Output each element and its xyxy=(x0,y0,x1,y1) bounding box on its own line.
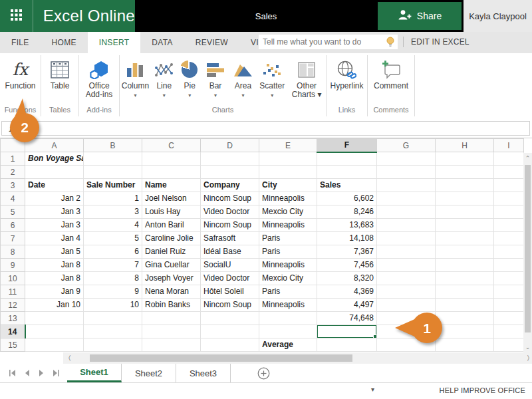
cell-C3[interactable]: Name xyxy=(142,179,201,192)
horizontal-scroll-thumb[interactable] xyxy=(90,354,352,362)
cell-I4[interactable] xyxy=(494,192,524,205)
row-header-9[interactable]: 9 xyxy=(1,259,25,272)
cell-D6[interactable]: Nincom Soup xyxy=(201,219,259,232)
cell-B7[interactable]: 5 xyxy=(84,232,142,245)
cell-E1[interactable] xyxy=(259,152,317,166)
next-sheet-icon[interactable] xyxy=(39,367,44,379)
hyperlink-button[interactable]: Hyperlink xyxy=(330,55,363,90)
cell-I8[interactable] xyxy=(494,245,524,259)
cell-E8[interactable]: Paris xyxy=(259,245,317,259)
cell-A11[interactable]: Jan 9 xyxy=(25,285,84,299)
cell-C5[interactable]: Louis Hay xyxy=(142,205,201,219)
share-button[interactable]: Share xyxy=(378,2,462,30)
cell-A9[interactable]: Jan 8 xyxy=(25,259,84,272)
user-name[interactable]: Kayla Claypool xyxy=(464,0,532,32)
last-sheet-icon[interactable] xyxy=(53,367,59,379)
cell-I7[interactable] xyxy=(494,232,524,245)
cell-H1[interactable] xyxy=(436,152,494,166)
cell-I5[interactable] xyxy=(494,205,524,219)
cell-E4[interactable]: Minneapolis xyxy=(259,192,317,205)
cell-I15[interactable] xyxy=(494,338,524,352)
cell-F15[interactable] xyxy=(317,338,377,352)
row-header-6[interactable]: 6 xyxy=(1,219,25,232)
cell-F8[interactable]: 7,367 xyxy=(317,245,377,259)
cell-H7[interactable] xyxy=(436,232,494,245)
scroll-left-icon[interactable]: 〈 xyxy=(68,354,70,362)
cell-A7[interactable]: Jan 4 xyxy=(25,232,84,245)
cell-D1[interactable] xyxy=(201,152,259,166)
column-chart-button[interactable]: Column▾ xyxy=(120,55,151,98)
cell-B12[interactable]: 10 xyxy=(84,299,142,312)
cell-H10[interactable] xyxy=(436,272,494,285)
cell-B13[interactable] xyxy=(84,312,142,325)
tab-data[interactable]: DATA xyxy=(140,32,184,53)
cell-B8[interactable]: 6 xyxy=(84,245,142,259)
vertical-scrollbar[interactable]: ⌃ ⌄ xyxy=(523,153,532,352)
cell-H12[interactable] xyxy=(436,299,494,312)
cell-D14[interactable] xyxy=(201,325,259,338)
cell-F11[interactable]: 4,369 xyxy=(317,285,377,299)
row-header-8[interactable]: 8 xyxy=(1,245,25,259)
cell-H9[interactable] xyxy=(436,259,494,272)
cell-I12[interactable] xyxy=(494,299,524,312)
cell-G10[interactable] xyxy=(377,272,436,285)
cell-H8[interactable] xyxy=(436,245,494,259)
cell-B6[interactable]: 4 xyxy=(84,219,142,232)
cell-A8[interactable]: Jan 5 xyxy=(25,245,84,259)
line-chart-button[interactable]: Line▾ xyxy=(151,55,178,98)
pie-chart-dropdown-icon[interactable]: ▾ xyxy=(188,92,191,98)
table-button[interactable]: Table xyxy=(51,55,70,90)
row-header-12[interactable]: 12 xyxy=(1,299,25,312)
cell-D2[interactable] xyxy=(201,166,259,179)
column-chart-dropdown-icon[interactable]: ▾ xyxy=(134,92,136,98)
cell-G11[interactable] xyxy=(377,285,436,299)
edit-in-excel-button[interactable]: EDIT IN EXCEL xyxy=(411,35,469,49)
bar-chart-button[interactable]: Bar▾ xyxy=(202,55,229,98)
cell-G5[interactable] xyxy=(377,205,436,219)
cell-F2[interactable] xyxy=(317,166,377,179)
bar-chart-dropdown-icon[interactable]: ▾ xyxy=(214,92,217,98)
add-sheet-button[interactable] xyxy=(257,364,270,382)
cell-E5[interactable]: Mexcio City xyxy=(259,205,317,219)
previous-sheet-icon[interactable] xyxy=(25,367,30,379)
cell-D4[interactable]: Nincom Soup xyxy=(201,192,259,205)
cell-I3[interactable] xyxy=(494,179,524,192)
row-header-3[interactable]: 3 xyxy=(1,179,25,192)
cell-E13[interactable] xyxy=(259,312,317,325)
cell-A14[interactable] xyxy=(25,325,84,338)
cell-I11[interactable] xyxy=(494,285,524,299)
row-header-13[interactable]: 13 xyxy=(1,312,25,325)
pie-chart-button[interactable]: Pie▾ xyxy=(178,55,202,98)
cell-F13[interactable]: 74,648 xyxy=(317,312,377,325)
cell-D15[interactable] xyxy=(201,338,259,352)
cell-B4[interactable]: 1 xyxy=(84,192,142,205)
area-chart-dropdown-icon[interactable]: ▾ xyxy=(241,92,244,98)
horizontal-scrollbar[interactable]: 〈 〉 xyxy=(63,352,532,364)
function-fx-button[interactable]: fxFunction xyxy=(5,55,35,90)
cell-I9[interactable] xyxy=(494,259,524,272)
cell-A6[interactable]: Jan 3 xyxy=(25,219,84,232)
cell-H2[interactable] xyxy=(436,166,494,179)
cell-A12[interactable]: Jan 10 xyxy=(25,299,84,312)
scroll-down-icon[interactable]: ⌄ xyxy=(523,344,532,350)
line-chart-dropdown-icon[interactable]: ▾ xyxy=(163,92,166,98)
cell-A2[interactable] xyxy=(25,166,84,179)
cell-G9[interactable] xyxy=(377,259,436,272)
cell-E15[interactable]: Average xyxy=(259,338,317,352)
scroll-up-icon[interactable]: ⌃ xyxy=(523,155,532,162)
cell-G6[interactable] xyxy=(377,219,436,232)
cell-F1[interactable] xyxy=(317,152,377,166)
tab-file[interactable]: FILE xyxy=(0,32,41,53)
tab-insert[interactable]: INSERT xyxy=(88,32,141,53)
cell-A5[interactable]: Jan 3 xyxy=(25,205,84,219)
cell-B1[interactable] xyxy=(84,152,142,166)
column-header-C[interactable]: C xyxy=(142,139,201,152)
cell-B9[interactable]: 7 xyxy=(84,259,142,272)
cell-I2[interactable] xyxy=(494,166,524,179)
cell-G1[interactable] xyxy=(377,152,436,166)
column-header-E[interactable]: E xyxy=(259,139,317,152)
status-dropdown-icon[interactable]: ▾ xyxy=(371,386,374,393)
cell-G2[interactable] xyxy=(377,166,436,179)
cell-C4[interactable]: Joel Nelson xyxy=(142,192,201,205)
cell-G12[interactable] xyxy=(377,299,436,312)
